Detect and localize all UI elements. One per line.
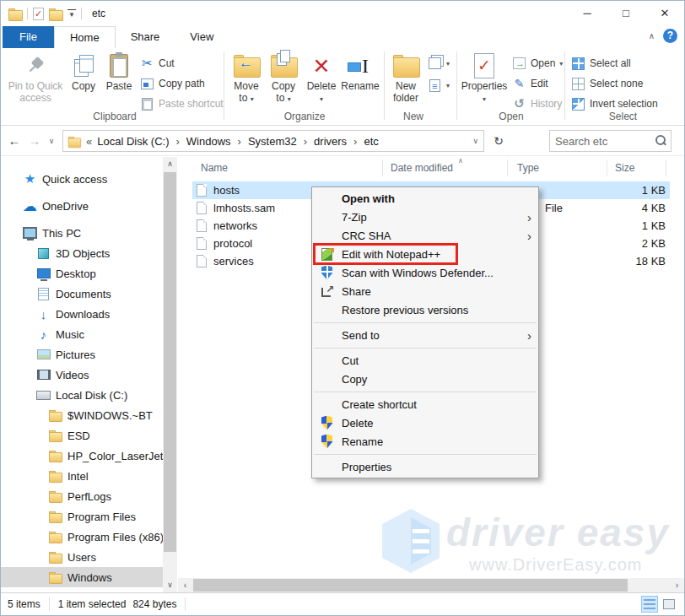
breadcrumb[interactable]: « Local Disk (C:) › Windows › System32 [62,130,484,152]
sidebar-item[interactable]: Videos [1,365,163,385]
invert-selection-button[interactable]: Invert selection [571,95,658,112]
delete-button[interactable]: ✕ Delete ▾ [303,51,340,105]
collapse-ribbon-icon[interactable]: ∧ [649,31,655,41]
menu-item[interactable]: Restore previous versions › [312,300,538,319]
menu-item[interactable]: Properties › [312,457,538,476]
sidebar-item-icon [23,199,37,213]
refresh-icon[interactable]: ↻ [488,130,509,152]
menu-item[interactable]: CRC SHA › [312,226,538,245]
properties-button[interactable]: Properties ▾ [461,51,507,105]
move-to-button[interactable]: ← Move to ▾ [229,51,264,105]
menu-item[interactable]: Copy › [312,370,538,388]
recent-locations-icon[interactable]: ∨ [45,137,58,145]
sidebar-scrollbar[interactable]: ∧ ∨ [163,157,177,592]
menu-item[interactable]: Open with › [312,189,538,208]
paste-button[interactable]: Paste [102,51,136,92]
sidebar-item-icon [36,327,51,342]
menu-item[interactable]: Share › [312,282,538,300]
easy-access-button[interactable]: ▾ [428,77,450,94]
breadcrumb-item[interactable]: drivers › [310,135,360,148]
menu-item[interactable]: › [312,319,538,326]
rename-button[interactable]: Rename [340,51,380,92]
sidebar-item[interactable]: Program Files (x86) [1,527,163,547]
help-icon[interactable]: ? [663,29,677,43]
edit-button[interactable]: ✎ Edit [512,75,548,92]
copy-button[interactable]: Copy [67,51,100,92]
close-button[interactable]: ✕ [645,1,684,25]
minimize-button[interactable]: ─ [568,1,607,25]
menu-item[interactable]: Rename › [312,432,538,451]
column-header-type[interactable]: Type [517,162,539,174]
new-folder-icon[interactable] [49,8,62,19]
menu-item[interactable]: Send to › [312,326,538,344]
sidebar-item[interactable]: Users [1,547,163,567]
sidebar-item[interactable]: Local Disk (C:) [1,385,163,405]
sidebar-item[interactable]: 3D Objects [1,243,163,263]
select-none-button[interactable]: Select none [571,75,643,92]
sidebar-item[interactable]: ESD [1,425,163,446]
sidebar-item[interactable]: This PC [1,223,163,243]
scrollbar-thumb[interactable] [164,172,176,552]
sidebar-item[interactable]: Desktop [1,263,163,284]
new-folder-button[interactable]: New folder [387,51,424,104]
tab-view[interactable]: View [175,26,229,48]
sidebar-item[interactable]: Pictures [1,344,163,365]
menu-item[interactable]: › [312,451,538,457]
large-icons-view-button[interactable] [661,596,677,613]
sidebar-item[interactable]: Windows [1,567,163,587]
select-all-button[interactable]: Select all [571,55,631,72]
tab-file[interactable]: File [3,26,54,48]
cut-button[interactable]: ✂ Cut [140,55,175,72]
horizontal-scrollbar[interactable]: ‹ › [178,578,684,592]
column-header-name[interactable]: Name [201,162,228,174]
sidebar-item[interactable]: Intel [1,466,163,486]
maximize-button[interactable]: □ [607,1,645,25]
address-dropdown-icon[interactable]: ∨ [472,137,478,145]
menu-item[interactable]: Delete › [312,413,538,432]
breadcrumb-item[interactable]: Windows › [183,135,245,148]
forward-icon[interactable]: → [24,133,45,148]
sidebar-item[interactable]: Downloads [1,304,163,324]
pin-to-quick-access-button[interactable]: Pin to Quick access [8,51,63,104]
search-input[interactable] [550,135,654,148]
open-button[interactable]: Open ▾ [512,55,563,72]
tab-home[interactable]: Home [54,26,116,48]
menu-item[interactable]: Cut › [312,351,538,370]
sidebar-item[interactable]: OneDrive [1,196,163,216]
back-icon[interactable]: ← [4,133,24,148]
customize-toolbar-icon[interactable]: ▾ [67,9,76,18]
scrollbar-thumb[interactable] [193,579,628,592]
menu-item[interactable]: › [312,388,538,395]
breadcrumb-item[interactable]: System32 › [245,135,310,148]
scroll-right-icon[interactable]: › [670,578,684,592]
column-header-date[interactable]: Date modified [391,162,453,174]
sidebar-item[interactable]: $WINDOWS.~BT [1,405,163,425]
sidebar-item[interactable]: Program Files [1,506,163,527]
sidebar-item[interactable]: Quick access [1,169,163,189]
history-button[interactable]: ↺ History [512,95,562,112]
sidebar-item[interactable]: Documents [1,284,163,304]
search-icon[interactable] [654,134,667,148]
menu-item[interactable]: 7-Zip › [312,208,538,226]
folder-icon[interactable] [8,8,22,19]
properties-icon[interactable] [33,8,44,20]
details-view-button[interactable] [641,596,658,613]
scroll-down-icon[interactable]: ∨ [163,578,177,592]
sidebar-item[interactable]: HP_Color_LaserJet_Pro_M [1,446,163,466]
sidebar-item[interactable]: PerfLogs [1,486,163,506]
tab-share[interactable]: Share [116,26,175,48]
column-header-size[interactable]: Size [615,162,634,174]
breadcrumb-item[interactable]: etc › [360,135,381,148]
menu-item[interactable]: Scan with Windows Defender... › [312,263,538,282]
breadcrumb-overflow[interactable]: « [81,135,94,148]
sidebar-item[interactable]: Music [1,324,163,344]
breadcrumb-item[interactable]: Local Disk (C:) › [94,135,183,148]
copy-path-button[interactable]: Copy path [140,75,205,92]
copy-to-button[interactable]: Copy to ▾ [266,51,301,105]
scroll-up-icon[interactable]: ∧ [163,157,177,171]
menu-item[interactable]: Create shortcut › [312,395,538,413]
paste-shortcut-button[interactable]: Paste shortcut [140,95,224,112]
menu-item[interactable]: › [312,344,538,351]
scroll-left-icon[interactable]: ‹ [178,578,192,592]
new-item-button[interactable]: ▾ [428,55,450,72]
